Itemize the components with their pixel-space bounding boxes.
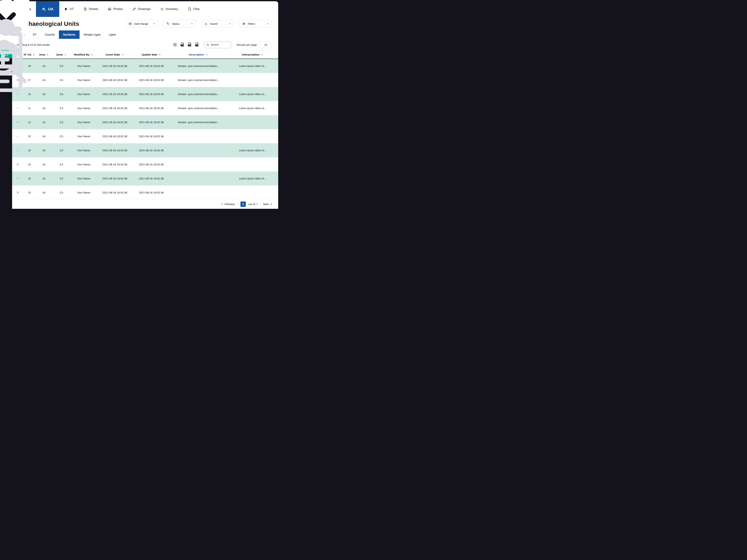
cell-area: A1: [35, 78, 52, 81]
cell-update-date: 2021-08-16 18:02:38: [133, 163, 170, 166]
cell-interpretation: Lorem ipsum dolor et...: [227, 149, 278, 152]
export-pdf-button[interactable]: PDF: [195, 42, 199, 47]
toolbar-right: XLSCSVPDF Results per page: 10: [173, 41, 272, 48]
dropdown-label: Saved: [210, 22, 217, 25]
cell-insert-date: 2021-08-16 18:02:38: [97, 177, 133, 180]
column-header-area[interactable]: Area: [35, 53, 52, 56]
column-header-modified-by[interactable]: Modified By: [70, 53, 97, 56]
table-row[interactable]: 11A1C3Your Name2021-08-16 18:02:382021-0…: [12, 115, 278, 129]
row-selector[interactable]: [12, 149, 23, 151]
table-row[interactable]: 19A1C3Your Name2021-08-16 18:02:382021-0…: [12, 59, 278, 73]
table-row[interactable]: 15A1C3Your Name2021-08-16 18:02:382021-0…: [12, 129, 278, 143]
nav-item-sheets[interactable]: Sheets: [78, 1, 103, 17]
nav-item-photos[interactable]: Photos: [103, 1, 128, 17]
table-row[interactable]: 17A1C3Your Name2021-08-16 18:02:382021-0…: [12, 73, 278, 87]
tab-couche[interactable]: Couche: [41, 30, 59, 39]
sliders-icon: [242, 22, 246, 25]
table-row[interactable]: 15A1C3Your Name2021-08-16 18:02:382021-0…: [12, 172, 278, 185]
export-xls-button[interactable]: XLS: [180, 42, 185, 47]
export-buttons: XLSCSVPDF: [173, 42, 199, 47]
row-selector[interactable]: [12, 192, 23, 194]
tab-simple-ligne[interactable]: Simple Ligne: [80, 30, 105, 39]
filters-dropdown[interactable]: Filters: [239, 20, 272, 27]
photo-icon: [108, 7, 111, 11]
row-selector[interactable]: [12, 163, 23, 166]
nav-item-inventory[interactable]: Inventory: [155, 1, 183, 17]
row-selector[interactable]: [12, 177, 23, 179]
cell-zone: C3: [52, 65, 70, 68]
table-body: 19A1C3Your Name2021-08-16 18:02:382021-0…: [12, 59, 278, 199]
chevron-right-icon: [269, 203, 273, 206]
spade-icon: [64, 7, 68, 11]
checkbox[interactable]: [17, 163, 19, 166]
table-row[interactable]: 15A1C3Your Name2021-08-16 18:02:382021-0…: [12, 87, 278, 101]
date-range-dropdown[interactable]: Date Range: [126, 20, 158, 27]
cell-us: 15: [23, 163, 35, 166]
cell-us: 15: [23, 191, 35, 194]
cell-description: Veniam, quis nostrud exercitation...: [170, 121, 227, 124]
table-row[interactable]: 15A1C3Your Name2021-08-16 18:02:382021-0…: [12, 157, 278, 172]
nav-item-drawings[interactable]: Drawings: [128, 1, 155, 17]
current-page-indicator[interactable]: 2: [240, 202, 246, 207]
checkbox[interactable]: [17, 121, 19, 123]
cell-modified-by: Your Name: [70, 78, 97, 81]
cell-insert-date: 2021-08-16 18:02:38: [97, 65, 133, 68]
table-row[interactable]: 11A1C3Your Name2021-08-16 18:02:382021-0…: [12, 101, 278, 115]
cell-update-date: 2021-08-16 18:02:38: [133, 93, 170, 96]
checkbox[interactable]: [17, 192, 19, 194]
pagination: Previous 2 out of 7 Next: [12, 199, 278, 209]
row-selector[interactable]: [12, 121, 23, 123]
tab-surfaces[interactable]: Surfaces: [59, 30, 80, 39]
of-label: out of: [249, 203, 255, 206]
checkbox[interactable]: [17, 149, 19, 151]
row-selector[interactable]: [12, 135, 23, 137]
table-row[interactable]: 15A1C3Your Name2021-08-16 18:02:382021-0…: [12, 143, 278, 157]
results-per-page-select[interactable]: 10: [260, 42, 272, 48]
search-box[interactable]: [204, 41, 231, 48]
sort-icon: [64, 53, 67, 56]
saved-dropdown[interactable]: Saved: [201, 20, 234, 27]
cell-interpretation: Lorem ipsum dolor et...: [227, 93, 278, 96]
cell-update-date: 2021-08-16 18:02:38: [133, 121, 170, 124]
column-header-update-date[interactable]: Update date: [133, 53, 170, 56]
row-selector[interactable]: [12, 107, 23, 109]
cell-modified-by: Your Name: [70, 163, 97, 166]
column-header-insert-date[interactable]: Insert Date: [97, 53, 133, 56]
column-header-description[interactable]: Description: [170, 53, 227, 56]
column-label: Interpretation: [242, 53, 260, 56]
nav-item-label: UT: [70, 7, 74, 11]
column-header-interpretation[interactable]: Interpretation: [227, 53, 278, 56]
tab-ligne[interactable]: Ligne: [105, 30, 120, 39]
top-nav: MapUAUTSheetsPhotosDrawingsInventoryFile…: [12, 1, 278, 17]
column-header-zone[interactable]: Zone: [52, 53, 70, 56]
nav-item-ua[interactable]: UA: [36, 1, 59, 17]
next-label: Next: [263, 203, 269, 206]
export-csv-button[interactable]: CSV: [187, 42, 192, 47]
nav-item-files[interactable]: Files: [183, 1, 205, 17]
chevron-down-icon: [266, 22, 269, 25]
calendar-icon: [129, 22, 132, 25]
cell-area: A1: [35, 107, 52, 110]
checkbox[interactable]: [17, 177, 19, 179]
filter-dropdowns: Date RangeStatusSavedFilters: [126, 20, 272, 27]
tag-icon: [166, 22, 170, 25]
chevron-left-icon: [221, 203, 224, 206]
cell-zone: C3: [52, 121, 70, 124]
cell-us: 15: [23, 149, 35, 152]
main-panel: MapUAUTSheetsPhotosDrawingsInventoryFile…: [12, 1, 278, 209]
nav-item-ut[interactable]: UT: [59, 1, 78, 17]
table-settings-button[interactable]: [173, 42, 177, 47]
cell-insert-date: 2021-08-16 18:02:38: [97, 107, 133, 110]
table-header-row: N° USAreaZoneModified ByInsert DateUpdat…: [12, 50, 278, 59]
search-input[interactable]: [210, 43, 229, 46]
cell-insert-date: 2021-08-16 18:02:38: [97, 93, 133, 96]
previous-page-button[interactable]: Previous: [221, 203, 235, 206]
next-page-button[interactable]: Next: [263, 203, 273, 206]
download-icon: [204, 22, 208, 25]
column-label: Description: [189, 53, 204, 56]
status-dropdown[interactable]: Status: [163, 20, 196, 27]
table-row[interactable]: 15A1C3Your Name2021-08-16 18:02:382021-0…: [12, 185, 278, 199]
notes[interactable]: [4, 68, 8, 72]
sort-icon: [32, 53, 35, 56]
column-label: Update date: [141, 53, 157, 56]
